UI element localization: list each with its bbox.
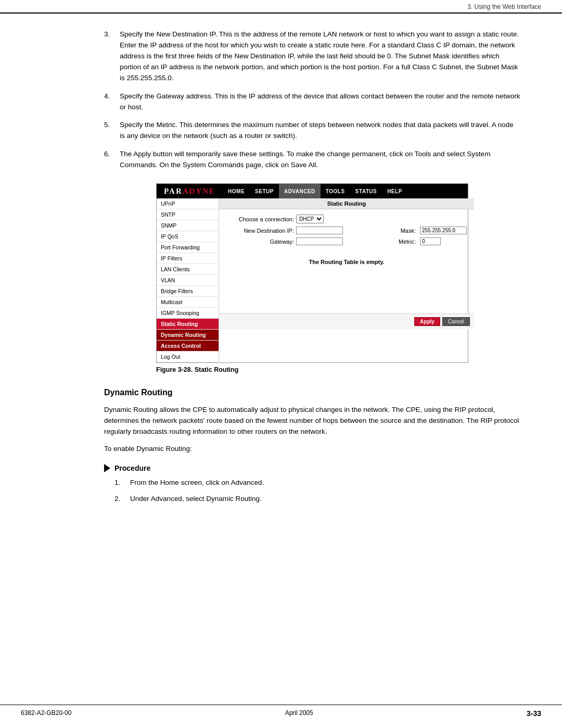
metric-label: Metric: <box>348 239 416 245</box>
nav-tools[interactable]: TOOLS <box>321 184 350 198</box>
dest-ip-label: New Destination IP: <box>226 228 294 234</box>
numbered-list: 3. Specify the New Destination IP. This … <box>104 29 520 171</box>
nav-setup[interactable]: SETUP <box>250 184 279 198</box>
content-area: 3. Specify the New Destination IP. This … <box>0 14 562 530</box>
connection-label: Choose a connection: <box>226 216 294 222</box>
section-heading: Dynamic Routing <box>104 388 520 397</box>
list-num-3: 3. <box>104 29 110 40</box>
sidebar-log-out[interactable]: Log Out <box>157 352 219 362</box>
sidebar-upnp[interactable]: UPnP <box>157 198 219 209</box>
connection-select[interactable]: DHCP <box>296 215 324 223</box>
nav-home[interactable]: HOME <box>223 184 250 198</box>
cancel-button[interactable]: Cancel <box>442 317 470 326</box>
sidebar-port-forwarding[interactable]: Port Forwarding <box>157 242 219 253</box>
proc-text-2: Under Advanced, select Dynamic Routing. <box>130 495 262 503</box>
list-text-4: Specify the Gateway address. This is the… <box>120 92 520 111</box>
sidebar-lan-clients[interactable]: LAN Clients <box>157 264 219 275</box>
footer-right: 3-33 <box>527 709 541 718</box>
nav-advanced[interactable]: ADVANCED <box>279 184 321 198</box>
list-num-4: 4. <box>104 91 110 102</box>
mask-group: Mask: <box>348 227 467 234</box>
nav-help[interactable]: HELP <box>382 184 407 198</box>
procedure-list: 1. From the Home screen, click on Advanc… <box>114 478 520 505</box>
proc-text-1: From the Home screen, click on Advanced. <box>130 479 264 486</box>
router-nav-items: HOME SETUP ADVANCED TOOLS STATUS HELP <box>223 184 407 198</box>
list-item-3: 3. Specify the New Destination IP. This … <box>104 29 520 84</box>
dest-ip-row: New Destination IP: Mask: <box>226 227 467 234</box>
sidebar-bridge-filters[interactable]: Bridge Filters <box>157 286 219 297</box>
body-text-1: Dynamic Routing allows the CPE to automa… <box>104 405 520 437</box>
list-num-5: 5. <box>104 120 110 131</box>
sidebar-static-routing[interactable]: Static Routing <box>157 319 219 330</box>
figure-caption-text: Figure 3-28. Static Routing <box>156 366 238 373</box>
list-num-6: 6. <box>104 149 110 160</box>
main-content: Choose a connection: DHCP New Destinatio… <box>219 209 474 313</box>
router-ui: PARADYNE HOME SETUP ADVANCED TOOLS STATU… <box>156 183 468 363</box>
list-item-4: 4. Specify the Gateway address. This is … <box>104 91 520 113</box>
procedure-arrow-icon <box>104 464 110 472</box>
logo-para: PAR <box>164 187 183 196</box>
nav-status[interactable]: STATUS <box>350 184 382 198</box>
sidebar-ip-filters[interactable]: IP Filters <box>157 253 219 264</box>
metric-group: Metric: <box>348 237 441 245</box>
sidebar-dynamic-routing[interactable]: Dynamic Routing <box>157 330 219 341</box>
figure-caption: Figure 3-28. Static Routing <box>156 366 468 373</box>
gateway-label: Gateway: <box>226 239 294 245</box>
logo-adyne: ADYNE <box>183 187 215 196</box>
sidebar-ipqos[interactable]: IP QoS <box>157 231 219 242</box>
apply-button[interactable]: Apply <box>414 317 440 326</box>
page-header: 3. Using the Web Interface <box>0 0 562 14</box>
footer-left: 6382-A2-GB20-00 <box>21 709 71 718</box>
sidebar-sntp[interactable]: SNTP <box>157 209 219 220</box>
page-footer: 6382-A2-GB20-00 April 2005 3-33 <box>0 705 562 718</box>
mask-input[interactable] <box>420 227 467 234</box>
mask-label: Mask: <box>348 228 416 234</box>
sidebar-multicast[interactable]: Multicast <box>157 297 219 308</box>
metric-input[interactable] <box>420 237 441 245</box>
sidebar-snmp[interactable]: SNMP <box>157 220 219 231</box>
footer-center: April 2005 <box>285 709 313 718</box>
routing-table-empty: The Routing Table is empty. <box>226 248 467 275</box>
dest-ip-input[interactable] <box>296 227 343 234</box>
router-logo: PARADYNE <box>157 184 223 198</box>
header-text: 3. Using the Web Interface <box>467 3 541 10</box>
list-text-5: Specify the Metric. This determines the … <box>120 121 514 140</box>
router-navbar: PARADYNE HOME SETUP ADVANCED TOOLS STATU… <box>157 184 468 198</box>
proc-num-1: 1. <box>114 478 120 488</box>
proc-step-1: 1. From the Home screen, click on Advanc… <box>114 478 520 488</box>
router-main: Static Routing Choose a connection: DHCP… <box>219 198 474 362</box>
sidebar-access-control[interactable]: Access Control <box>157 341 219 352</box>
router-body: UPnP SNTP SNMP IP QoS Port Forwarding IP… <box>157 198 468 362</box>
connection-row: Choose a connection: DHCP <box>226 215 467 223</box>
main-title: Static Routing <box>219 198 474 209</box>
router-sidebar: UPnP SNTP SNMP IP QoS Port Forwarding IP… <box>157 198 219 362</box>
list-text-3: Specify the New Destination IP. This is … <box>120 30 519 82</box>
gateway-row: Gateway: Metric: <box>226 237 467 245</box>
procedure-container: Procedure 1. From the Home screen, click… <box>104 464 520 505</box>
gateway-input[interactable] <box>296 237 343 245</box>
proc-step-2: 2. Under Advanced, select Dynamic Routin… <box>114 494 520 505</box>
figure-container: PARADYNE HOME SETUP ADVANCED TOOLS STATU… <box>156 183 468 373</box>
router-footer: Apply Cancel <box>219 313 474 329</box>
body-text-2: To enable Dynamic Routing: <box>104 444 520 455</box>
proc-num-2: 2. <box>114 494 120 505</box>
list-item-6: 6. The Apply button will temporarily sav… <box>104 149 520 171</box>
list-text-6: The Apply button will temporarily save t… <box>120 150 490 169</box>
procedure-header: Procedure <box>104 464 520 472</box>
sidebar-igmp-snooping[interactable]: IGMP Snooping <box>157 308 219 319</box>
sidebar-vlan[interactable]: VLAN <box>157 275 219 286</box>
procedure-heading: Procedure <box>114 464 150 472</box>
list-item-5: 5. Specify the Metric. This determines t… <box>104 120 520 142</box>
